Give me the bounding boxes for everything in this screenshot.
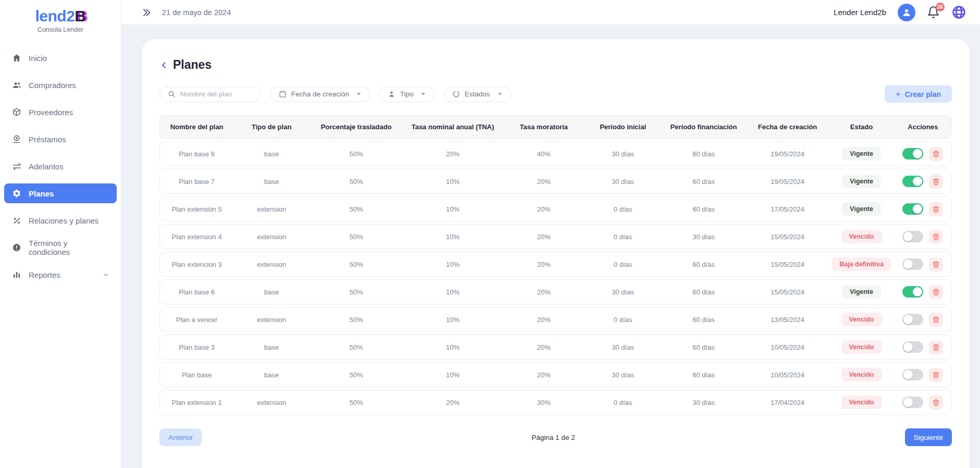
row-active-toggle[interactable]	[902, 148, 923, 159]
trash-icon	[932, 233, 940, 241]
sidebar-item-planes[interactable]: Planes	[4, 183, 117, 203]
table-row: Plan basebase50%10%20%30 días60 días10/0…	[159, 362, 952, 387]
column-header: Porcentaje trasladado	[309, 123, 403, 131]
cell-fecha: 19/05/2024	[747, 178, 829, 186]
notifications-button[interactable]: 26	[927, 6, 940, 19]
table-row: Plan extension 4extension50%10%20%0 días…	[159, 224, 952, 249]
delete-plan-button[interactable]	[929, 396, 943, 410]
delete-plan-button[interactable]	[929, 202, 943, 216]
plan-name-search[interactable]	[159, 87, 261, 102]
sidebar-nav: InicioCompradoresProveedoresPréstamosAde…	[0, 48, 121, 285]
cell-porcentaje: 50%	[309, 371, 403, 379]
sidebar-item-label: Proveedores	[29, 108, 73, 117]
delete-plan-button[interactable]	[929, 147, 943, 161]
sidebar-item-reportes[interactable]: Reportes	[4, 265, 117, 285]
cell-tipo: extension	[233, 399, 309, 407]
cell-acciones	[895, 396, 951, 410]
cell-porcentaje: 50%	[309, 316, 403, 324]
cell-tna: 10%	[403, 343, 502, 351]
sidebar-item-label: Inicio	[29, 54, 47, 63]
row-active-toggle[interactable]	[902, 258, 923, 270]
cell-estado: Vigente	[829, 175, 895, 188]
alert-circle-icon	[11, 242, 22, 253]
caret-down-icon	[420, 91, 426, 97]
delete-plan-button[interactable]	[929, 175, 943, 189]
sidebar-item-label: Préstamos	[29, 135, 66, 144]
cell-moratoria: 20%	[503, 233, 585, 241]
create-plan-button[interactable]: + Crear plan	[885, 85, 952, 103]
cell-fecha: 17/05/2024	[747, 205, 829, 213]
next-page-button[interactable]: Siguiente	[905, 428, 952, 446]
sidebar-item-compradores[interactable]: Compradores	[4, 75, 117, 95]
date-filter-label: Fecha de creación	[291, 90, 349, 98]
creation-date-filter[interactable]: Fecha de creación	[270, 87, 370, 102]
back-chevron-icon[interactable]	[159, 60, 169, 70]
column-header: Tasa moratoria	[503, 123, 585, 131]
sidebar-item-adelantos[interactable]: Adelantos	[4, 156, 117, 176]
sidebar-item-proveedores[interactable]: Proveedores	[4, 102, 117, 122]
double-chevron-right-icon[interactable]	[141, 7, 152, 18]
cell-tipo: base	[233, 343, 309, 351]
trash-icon	[932, 399, 940, 407]
user-avatar[interactable]	[898, 4, 915, 21]
toggle-knob	[903, 342, 913, 352]
sidebar-item-terminos-y-condiciones[interactable]: Términos y condiciones	[4, 238, 117, 257]
status-badge: Vencido	[841, 340, 882, 354]
filters-row: Fecha de creación Tipo Estados +	[159, 85, 952, 103]
row-active-toggle[interactable]	[902, 203, 923, 215]
delete-plan-button[interactable]	[929, 285, 943, 299]
status-badge: Vigente	[842, 202, 881, 216]
type-filter[interactable]: Tipo	[379, 87, 435, 102]
cell-estado: Vencido	[829, 230, 895, 243]
cell-tna: 10%	[403, 261, 502, 268]
logo-primary: lend2	[35, 7, 75, 24]
delete-plan-button[interactable]	[929, 368, 943, 382]
cell-tna: 20%	[403, 399, 502, 407]
cell-financiacion: 60 días	[661, 205, 746, 213]
sidebar-item-label: Planes	[29, 189, 54, 198]
row-active-toggle[interactable]	[902, 176, 923, 187]
previous-page-button[interactable]: Anterior	[159, 428, 202, 446]
cell-nombre: Plan extension 4	[160, 233, 233, 241]
trash-icon	[932, 205, 940, 213]
cell-porcentaje: 50%	[309, 261, 403, 268]
cell-nombre: Plan base 7	[160, 178, 233, 186]
row-active-toggle[interactable]	[902, 341, 923, 353]
cell-tipo: extension	[233, 233, 309, 241]
row-active-toggle[interactable]	[902, 369, 923, 380]
delete-plan-button[interactable]	[929, 230, 943, 244]
caret-down-icon	[356, 91, 362, 97]
row-active-toggle[interactable]	[902, 286, 923, 298]
sidebar-item-prestamos[interactable]: Préstamos	[4, 129, 117, 149]
row-active-toggle[interactable]	[902, 314, 923, 325]
delete-plan-button[interactable]	[929, 340, 943, 354]
language-globe-button[interactable]	[951, 5, 966, 20]
delete-plan-button[interactable]	[929, 257, 943, 272]
trash-icon	[932, 343, 940, 351]
cube-icon	[11, 107, 22, 117]
sidebar-item-inicio[interactable]: Inicio	[4, 48, 117, 68]
swap-arrows-icon	[11, 161, 22, 171]
search-input[interactable]	[180, 90, 253, 98]
calendar-icon	[279, 90, 287, 98]
row-active-toggle[interactable]	[902, 231, 923, 242]
cell-financiacion: 60 días	[661, 316, 746, 324]
cell-tna: 10%	[403, 178, 502, 186]
row-active-toggle[interactable]	[902, 397, 923, 408]
topbar-right: Lender Lend2b 26	[834, 4, 966, 21]
cell-financiacion: 30 días	[661, 233, 746, 241]
table-row: Plan extension 1extension50%20%30%0 días…	[159, 390, 952, 415]
status-badge: Vencido	[841, 368, 882, 381]
cell-financiacion: 60 días	[661, 288, 746, 296]
type-filter-label: Tipo	[400, 90, 414, 98]
page-title-row: Planes	[159, 58, 952, 72]
cell-fecha: 17/04/2024	[747, 399, 829, 407]
delete-plan-button[interactable]	[929, 313, 943, 327]
cell-porcentaje: 50%	[309, 343, 403, 351]
cell-moratoria: 40%	[503, 150, 585, 158]
cell-acciones	[895, 340, 951, 354]
sidebar-item-relaciones-y-planes[interactable]: Relaciones y planes	[4, 211, 117, 230]
status-filter[interactable]: Estados	[444, 87, 511, 102]
coin-icon	[11, 134, 22, 144]
content-card: Planes Fecha de creación Tipo	[142, 39, 970, 468]
